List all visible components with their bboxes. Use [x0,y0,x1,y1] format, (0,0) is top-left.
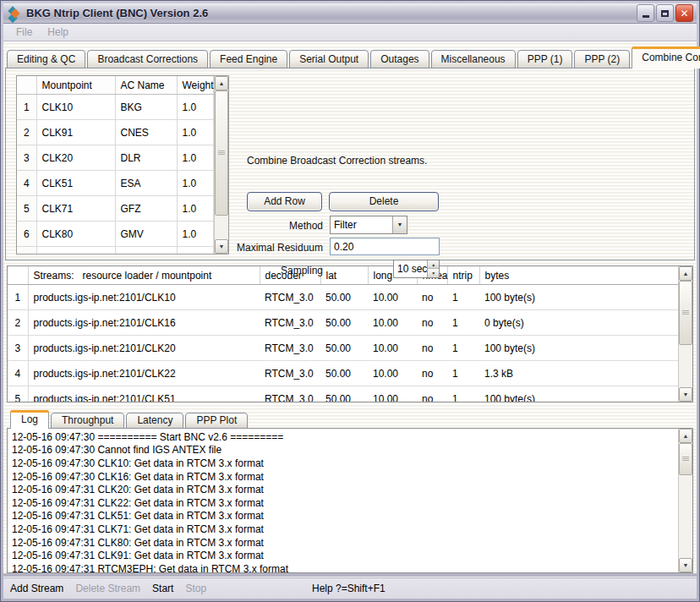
cell[interactable]: RTCM_3.0 [260,386,320,402]
add-row-button[interactable]: Add Row [247,192,322,211]
row-number[interactable]: 5 [8,386,28,402]
cell[interactable]: products.igs-ip.net:2101/CLK16 [28,310,260,336]
cell[interactable]: RTCM_3.0 [260,285,320,310]
status-action-add-stream[interactable]: Add Stream [10,583,63,594]
row-number[interactable]: 4 [17,171,36,196]
cell[interactable]: 10.00 [368,310,417,336]
stream-row[interactable]: 2products.igs-ip.net:2101/CLK16RTCM_3.05… [8,310,678,336]
close-button[interactable]: ✕ [675,4,693,22]
cell[interactable]: no [417,285,447,310]
cell[interactable]: products.igs-ip.net:2101/CLK51 [28,386,260,402]
cell[interactable]: 1.0 [177,222,214,247]
table-row[interactable]: 5CLK71GFZ1.0 [17,196,214,222]
cell[interactable]: ESA [115,171,177,196]
column-header[interactable]: Weight [177,76,214,95]
row-number[interactable]: 3 [8,336,28,361]
status-action-start[interactable]: Start [152,583,173,594]
cell[interactable]: 1.0 [177,171,214,196]
table-row[interactable]: 3CLK20DLR1.0 [17,145,214,171]
tab-editing-qc[interactable]: Editing & QC [7,50,85,68]
scroll-up-button[interactable]: ▲ [679,429,692,443]
cell[interactable]: 50.00 [320,310,368,336]
cell[interactable]: CLK20 [36,145,115,171]
tab-ppp-plot[interactable]: PPP Plot [185,413,248,429]
cell[interactable]: 10.00 [368,336,417,361]
cell[interactable]: products.igs-ip.net:2101/CLK22 [28,361,260,386]
maximize-button[interactable] [656,4,674,22]
tab-serial-output[interactable]: Serial Output [289,50,369,68]
cell[interactable]: 50.00 [320,336,368,361]
maximal-residuum-field[interactable] [330,238,440,255]
tab-throughput[interactable]: Throughput [51,413,124,429]
cell[interactable]: products.igs-ip.net:2101/CLK20 [28,336,260,361]
column-header[interactable]: Mountpoint [36,76,115,95]
cell[interactable]: 100 byte(s) [479,386,678,402]
cell[interactable]: 10.00 [368,361,417,386]
streams-table-scrollbar[interactable]: ▲ ▼ [678,266,692,402]
stream-row[interactable]: 3products.igs-ip.net:2101/CLK20RTCM_3.05… [8,336,678,361]
tab-feed-engine[interactable]: Feed Engine [210,50,287,68]
stream-row[interactable]: 4products.igs-ip.net:2101/CLK22RTCM_3.05… [8,361,678,386]
tab-outages[interactable]: Outages [370,50,429,68]
cell[interactable]: CLK10 [36,95,115,120]
tab-log[interactable]: Log [10,410,49,429]
cell[interactable]: no [417,386,447,402]
menu-item-file[interactable]: File [8,25,40,40]
scroll-down-button[interactable]: ▼ [679,387,692,402]
minimize-button[interactable] [637,4,654,22]
row-number[interactable]: 2 [17,120,36,145]
column-header[interactable]: lat [320,266,368,285]
row-number[interactable]: 6 [17,222,36,247]
row-number[interactable]: 4 [8,361,28,386]
row-number[interactable]: 5 [17,196,36,222]
dropdown-button[interactable]: ▼ [392,216,407,233]
cell[interactable]: CLK51 [36,171,115,196]
cell[interactable]: CLK80 [36,222,115,247]
cell[interactable]: no [417,310,447,336]
scroll-down-button[interactable]: ▼ [679,558,692,572]
cell[interactable]: 1.0 [177,196,214,222]
column-header[interactable] [17,76,36,95]
row-number[interactable]: 1 [17,95,36,120]
cell[interactable]: no [417,336,447,361]
cell[interactable]: 1.0 [177,120,214,145]
cell[interactable]: 1.0 [177,95,214,120]
cell[interactable]: 10.00 [368,285,417,310]
tab-miscellaneous[interactable]: Miscellaneous [431,50,516,68]
tab-latency[interactable]: Latency [126,413,183,429]
cell[interactable]: CLK91 [36,120,115,145]
delete-button[interactable]: Delete [329,192,439,211]
cell[interactable]: 1.0 [177,145,214,171]
spin-up-button[interactable]: ▲ [428,260,439,270]
sampling-stepper[interactable]: 10 sec ▲ ▼ [393,260,440,278]
cell[interactable]: 1.3 kB [479,361,678,386]
cell[interactable]: 50.00 [320,361,368,386]
column-header[interactable]: bytes [479,266,678,285]
cell[interactable]: GFZ [115,196,177,222]
scroll-up-button[interactable]: ▲ [679,266,692,281]
cell[interactable]: 50.00 [320,386,368,402]
cell[interactable]: 1 [447,310,479,336]
cell[interactable]: 100 byte(s) [479,285,678,310]
cell[interactable]: GMV [115,222,177,247]
scrollbar-thumb[interactable] [215,90,228,216]
tab-broadcast-corrections[interactable]: Broadcast Corrections [87,50,208,68]
stream-row[interactable]: 1products.igs-ip.net:2101/CLK10RTCM_3.05… [8,285,678,310]
tab-ppp-2[interactable]: PPP (2) [574,50,630,68]
cell[interactable]: 1 [447,361,479,386]
table-row[interactable]: 2CLK91CNES1.0 [17,120,214,145]
cell[interactable]: RTCM_3.0 [260,310,320,336]
row-number[interactable]: 1 [8,285,28,310]
cell[interactable]: 50.00 [320,285,368,310]
log-text[interactable]: 12-05-16 09:47:30 ========== Start BNC v… [8,429,678,572]
cell[interactable]: 1 [447,285,479,310]
cell[interactable]: BKG [115,95,177,120]
spin-down-button[interactable]: ▼ [428,269,439,277]
log-scrollbar[interactable]: ▲ ▼ [678,429,692,572]
row-number[interactable]: 3 [17,145,36,171]
cell[interactable]: products.igs-ip.net:2101/CLK10 [28,285,260,310]
table-row[interactable]: 6CLK80GMV1.0 [17,222,214,247]
cell[interactable]: 1 [447,386,479,402]
tab-combine-corrections[interactable]: Combine Corrections [632,47,700,68]
cell[interactable]: DLR [115,145,177,171]
